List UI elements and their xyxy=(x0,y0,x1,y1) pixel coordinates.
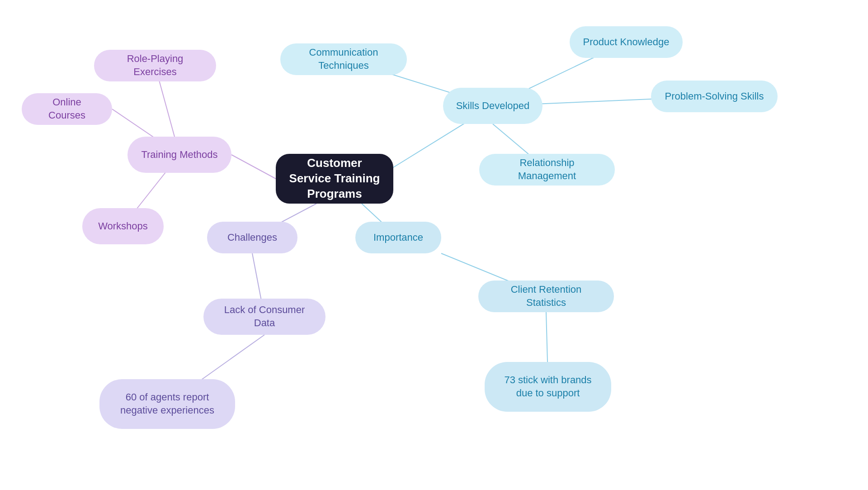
communication-label: Communication Techniques xyxy=(293,46,394,72)
relationship-mgmt-label: Relationship Management xyxy=(492,157,602,182)
skills-developed-label: Skills Developed xyxy=(456,100,530,113)
stick-73-label: 73 stick with brands due to support xyxy=(497,374,599,400)
importance-label: Importance xyxy=(373,231,423,244)
challenges-label: Challenges xyxy=(227,231,277,244)
center-node: Customer Service Training Programs xyxy=(276,154,393,204)
product-knowledge-node: Product Knowledge xyxy=(570,26,683,58)
svg-line-0 xyxy=(231,155,276,179)
role-playing-label: Role-Playing Exercises xyxy=(107,52,203,78)
online-courses-node: Online Courses xyxy=(22,93,112,125)
online-courses-label: Online Courses xyxy=(34,96,99,122)
agents-60-label: 60 of agents report negative experiences xyxy=(112,391,222,417)
client-retention-label: Client Retention Statistics xyxy=(491,283,601,309)
workshops-node: Workshops xyxy=(82,208,164,244)
stick-73-node: 73 stick with brands due to support xyxy=(485,362,611,412)
challenges-node: Challenges xyxy=(207,222,297,253)
client-retention-node: Client Retention Statistics xyxy=(478,281,614,312)
lack-consumer-node: Lack of Consumer Data xyxy=(203,299,326,335)
role-playing-node: Role-Playing Exercises xyxy=(94,50,216,81)
skills-developed-node: Skills Developed xyxy=(443,88,542,124)
agents-60-node: 60 of agents report negative experiences xyxy=(99,379,235,429)
training-methods-node: Training Methods xyxy=(127,137,231,173)
workshops-label: Workshops xyxy=(98,220,148,233)
importance-node: Importance xyxy=(355,222,441,253)
problem-solving-label: Problem-Solving Skills xyxy=(665,90,764,103)
center-node-label: Customer Service Training Programs xyxy=(288,156,381,201)
training-methods-label: Training Methods xyxy=(141,148,217,162)
communication-node: Communication Techniques xyxy=(280,43,407,75)
product-knowledge-label: Product Knowledge xyxy=(583,36,670,49)
lack-consumer-label: Lack of Consumer Data xyxy=(216,304,313,329)
relationship-mgmt-node: Relationship Management xyxy=(479,154,615,186)
problem-solving-node: Problem-Solving Skills xyxy=(651,81,778,112)
